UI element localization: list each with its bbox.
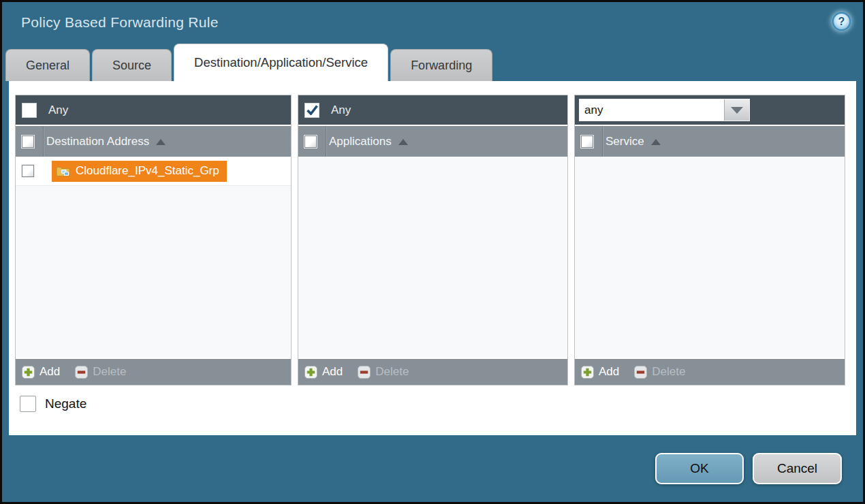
selected-address-item[interactable]: Cloudflare_IPv4_Static_Grp <box>52 161 227 182</box>
applications-footer-bar: Add Delete <box>298 358 567 385</box>
tab-content-panel: Any Destination Address <box>9 81 856 435</box>
plus-icon <box>22 366 35 379</box>
applications-select-all-checkbox[interactable] <box>304 136 317 148</box>
sort-ascending-icon <box>398 139 408 145</box>
plus-icon <box>581 366 594 379</box>
applications-list <box>298 157 567 358</box>
header-divider <box>326 126 326 157</box>
selector-columns: Any Destination Address <box>15 95 845 385</box>
service-header-label: Service <box>606 135 644 148</box>
minus-icon <box>75 366 88 379</box>
add-label: Add <box>599 365 619 379</box>
destination-add-button[interactable]: Add <box>22 365 60 379</box>
tab-general[interactable]: General <box>5 49 90 81</box>
tab-source[interactable]: Source <box>92 49 172 81</box>
destination-list: Cloudflare_IPv4_Static_Grp <box>16 157 291 358</box>
service-dropdown-input[interactable] <box>580 99 724 121</box>
sort-ascending-icon <box>156 139 166 145</box>
tab-destination-application-service[interactable]: Destination/Application/Service <box>174 44 388 81</box>
service-select-all-checkbox[interactable] <box>581 136 593 148</box>
delete-label: Delete <box>652 365 685 379</box>
minus-icon <box>634 366 647 379</box>
applications-column: Any Applications <box>298 95 568 385</box>
negate-checkbox[interactable] <box>20 396 36 412</box>
sort-ascending-icon <box>651 139 661 145</box>
negate-option: Negate <box>20 396 86 412</box>
checkmark-icon <box>306 105 318 115</box>
header-divider <box>43 126 44 157</box>
applications-any-bar: Any <box>298 95 567 126</box>
add-label: Add <box>40 365 60 379</box>
destination-any-label: Any <box>48 104 68 117</box>
applications-delete-button[interactable]: Delete <box>358 365 409 379</box>
minus-icon <box>358 366 371 379</box>
plus-icon <box>304 366 317 379</box>
delete-label: Delete <box>375 365 409 379</box>
destination-row[interactable]: Cloudflare_IPv4_Static_Grp <box>16 157 291 186</box>
applications-any-checkbox[interactable] <box>304 103 319 118</box>
dialog-title: Policy Based Forwarding Rule <box>21 14 219 31</box>
destination-column-header[interactable]: Destination Address <box>16 126 291 157</box>
dialog-titlebar: Policy Based Forwarding Rule ? <box>2 2 863 43</box>
service-dropdown <box>579 99 750 121</box>
selected-address-label: Cloudflare_IPv4_Static_Grp <box>76 164 219 178</box>
service-delete-button[interactable]: Delete <box>634 365 685 379</box>
tab-forwarding[interactable]: Forwarding <box>390 49 492 81</box>
destination-footer-bar: Add Delete <box>16 358 291 385</box>
destination-header-label: Destination Address <box>46 135 149 148</box>
header-divider <box>602 126 603 157</box>
applications-header-label: Applications <box>329 135 392 148</box>
add-label: Add <box>322 365 343 379</box>
destination-delete-button[interactable]: Delete <box>75 365 126 379</box>
tab-bar: General Source Destination/Application/S… <box>2 43 863 81</box>
service-column-header[interactable]: Service <box>575 126 845 157</box>
negate-label: Negate <box>45 396 86 411</box>
help-icon[interactable]: ? <box>832 12 851 31</box>
destination-address-column: Any Destination Address <box>15 95 292 385</box>
applications-any-label: Any <box>331 104 351 117</box>
ok-button[interactable]: OK <box>655 453 744 484</box>
address-group-icon <box>56 166 70 177</box>
service-add-button[interactable]: Add <box>581 365 619 379</box>
destination-row-checkbox[interactable] <box>22 165 34 177</box>
destination-select-all-checkbox[interactable] <box>22 136 34 148</box>
chevron-down-icon <box>731 107 743 114</box>
pbf-rule-dialog: Policy Based Forwarding Rule ? General S… <box>2 2 863 502</box>
dialog-footer: OK Cancel <box>2 435 863 502</box>
service-column: Service Add <box>574 95 845 385</box>
service-footer-bar: Add Delete <box>575 358 845 385</box>
applications-column-header[interactable]: Applications <box>298 126 567 157</box>
destination-any-bar: Any <box>16 95 291 126</box>
screen: Policy Based Forwarding Rule ? General S… <box>0 0 865 504</box>
delete-label: Delete <box>93 365 126 379</box>
question-mark-glyph: ? <box>838 16 845 27</box>
cancel-button[interactable]: Cancel <box>753 453 842 484</box>
service-list <box>575 157 845 358</box>
destination-any-checkbox[interactable] <box>22 103 37 118</box>
applications-add-button[interactable]: Add <box>304 365 343 379</box>
service-dropdown-bar <box>575 95 845 126</box>
service-dropdown-button[interactable] <box>724 99 749 121</box>
